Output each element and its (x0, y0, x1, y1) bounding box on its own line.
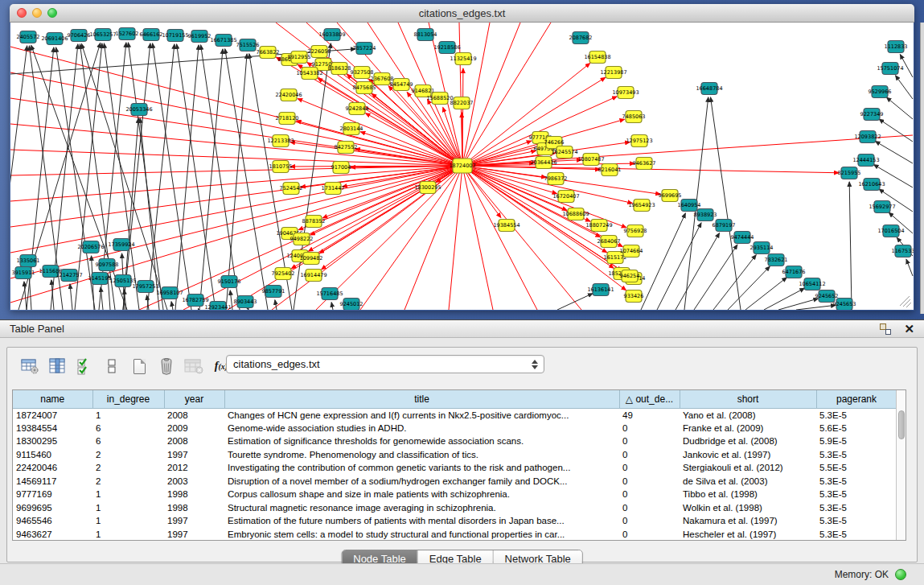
graph-node-label: 8912955 (288, 54, 311, 60)
table-selector-dropdown[interactable]: citations_edges.txt (226, 355, 544, 373)
graph-node-label: 9463627 (633, 160, 656, 167)
column-header-out_de[interactable]: △ out_de... (619, 390, 680, 408)
graph-node-label: 8215955 (838, 170, 861, 176)
graph-node-label: 16671385 (210, 37, 236, 43)
column-header-name[interactable]: name (13, 390, 92, 408)
table-settings-icon[interactable] (18, 355, 41, 377)
graph-node-label: 7524542 (280, 185, 303, 192)
graph-node-label: 12444153 (852, 157, 879, 163)
column-header-short[interactable]: short (680, 390, 816, 408)
graph-node-label: 7832621 (765, 257, 788, 263)
graph-node-label: 11325419 (450, 56, 476, 62)
network-canvas[interactable]: 2405572206914069706426106532571527602646… (10, 23, 914, 310)
graph-node-label: 9857791 (262, 288, 285, 295)
graph-node-label: 1099482 (300, 255, 323, 262)
graph-node-label: 7485063 (622, 113, 646, 120)
graph-node-label: 8427552 (335, 144, 358, 150)
graph-node-label: 7857224 (353, 45, 376, 51)
graph-node-label: 6879197 (713, 222, 736, 229)
window-title: citations_edges.txt (10, 7, 914, 19)
memory-status-indicator[interactable] (895, 569, 906, 580)
graph-node-label: 8186328 (328, 65, 351, 72)
table-panel-body: f(x) citations_edges.txt namein_degreeye… (0, 338, 924, 585)
graph-node-label: 16914479 (300, 272, 326, 278)
column-header-in_degree[interactable]: in_degree (92, 390, 164, 408)
graph-node-label: 6471676 (782, 269, 806, 275)
table-row[interactable]: 1938455462009Genome-wide association stu… (13, 422, 897, 435)
column-header-year[interactable]: year (164, 390, 224, 408)
graph-node-label: 9227349 (860, 111, 884, 117)
graph-node-label: 8878352 (302, 218, 326, 225)
graph-node-label: 20364436 (530, 159, 556, 166)
graph-node-label: 20206576 (77, 244, 104, 250)
node-table: namein_degreeyeartitle△ out_de...shortpa… (12, 389, 906, 541)
table-row[interactable]: 977716911998Corpus callosum shape and si… (13, 488, 897, 501)
table-row[interactable]: 1830029562008Estimation of significance … (13, 435, 897, 448)
graph-node-label: 8822037 (450, 100, 474, 106)
graph-node-label: 16958107 (156, 290, 183, 296)
network-graph[interactable]: 2405572206914069706426106532571527602646… (10, 23, 914, 310)
graph-node-label: 2405572 (17, 34, 40, 40)
graph-node-label: 16154838 (584, 54, 610, 60)
graph-node-label: 18300295 (414, 184, 441, 191)
graph-node-label: 1112833 (885, 43, 908, 50)
close-panel-icon[interactable]: ✕ (904, 323, 914, 335)
graph-node-label: 1731447 (322, 185, 345, 192)
table-row[interactable]: 2242004622012Investigating the contribut… (13, 461, 897, 475)
table-scrollbar[interactable] (896, 390, 906, 540)
graph-node-label: 17957253 (132, 283, 158, 290)
table-row[interactable]: 969969511998Structural magnetic resonanc… (13, 501, 897, 515)
graph-node-label: 9619952 (188, 33, 211, 39)
column-visibility-icon[interactable] (46, 355, 68, 377)
graph-node-label: 9474444 (731, 234, 754, 241)
select-columns-icon[interactable] (73, 355, 96, 377)
rows-icon[interactable] (101, 355, 123, 377)
graph-node-label: 9327508 (351, 69, 374, 76)
table-panel-title: Table Panel (10, 323, 64, 335)
table-row[interactable]: 1456911722003Disruption of a novel membe… (13, 475, 897, 488)
network-window-titlebar[interactable]: citations_edges.txt (10, 4, 914, 23)
table-row[interactable]: 1872400712008Changes of HCN gene express… (13, 408, 897, 422)
table-panel-content: f(x) citations_edges.txt namein_degreeye… (6, 347, 918, 562)
new-column-icon[interactable] (128, 355, 150, 377)
column-header-title[interactable]: title (224, 390, 619, 408)
network-window[interactable]: citations_edges.txt 24055722069140697064… (10, 4, 914, 311)
column-header-pagerank[interactable]: pagerank (816, 390, 897, 408)
graph-node-label: 15751074 (877, 65, 903, 72)
graph-node-label: 16720407 (552, 193, 579, 200)
graph-node-label: 19384554 (493, 222, 519, 229)
graph-node-label: 1810755 (269, 163, 293, 170)
graph-node-label: 6216041 (598, 167, 622, 173)
graph-node-label: 2935114 (750, 245, 774, 251)
table-scrollbar-thumb[interactable] (898, 410, 905, 439)
float-panel-icon[interactable] (880, 323, 891, 335)
dropdown-arrows-icon (529, 360, 544, 369)
graph-node-label: 1074664 (620, 248, 643, 254)
graph-node-label: 16136141 (587, 286, 614, 293)
graph-node-label: 2087682 (569, 35, 593, 41)
table-row[interactable]: 911546021997Tourette syndrome. Phenomeno… (13, 448, 897, 462)
graph-node-label: 9245652 (815, 293, 839, 299)
graph-node-label: 1527602 (116, 31, 139, 37)
table-row[interactable]: 946362711997Embryonic stem cells: a mode… (13, 528, 897, 542)
graph-node-label: 12923441 (204, 304, 231, 310)
graph-node-label: 20053346 (125, 106, 152, 113)
delete-column-icon[interactable] (155, 355, 178, 377)
table-panel-header: Table Panel ✕ (0, 319, 924, 338)
graph-node-label: 7986372 (544, 175, 568, 182)
graph-node-label: 2718120 (276, 115, 299, 122)
graph-node-label: 17359924 (108, 241, 134, 248)
graph-node-label: 10719155 (162, 32, 188, 39)
node-table-grid: namein_degreeyeartitle△ out_de...shortpa… (13, 390, 897, 541)
graph-node-label: 15692977 (869, 204, 895, 210)
graph-node-label: 10653257 (89, 31, 116, 38)
graph-node-label: 9699695 (659, 192, 682, 199)
graph-node-label: 746266 (544, 139, 565, 146)
table-row[interactable]: 946554611997Estimation of the future num… (13, 514, 897, 528)
graph-node-label: 8938923 (694, 212, 717, 218)
graph-node-label: 1335061 (17, 257, 40, 264)
graph-node-label: 22420046 (275, 92, 302, 98)
graph-node-label: 9245653 (833, 301, 856, 307)
delete-table-icon (183, 355, 205, 377)
graph-node-label: 8475685 (353, 84, 376, 91)
